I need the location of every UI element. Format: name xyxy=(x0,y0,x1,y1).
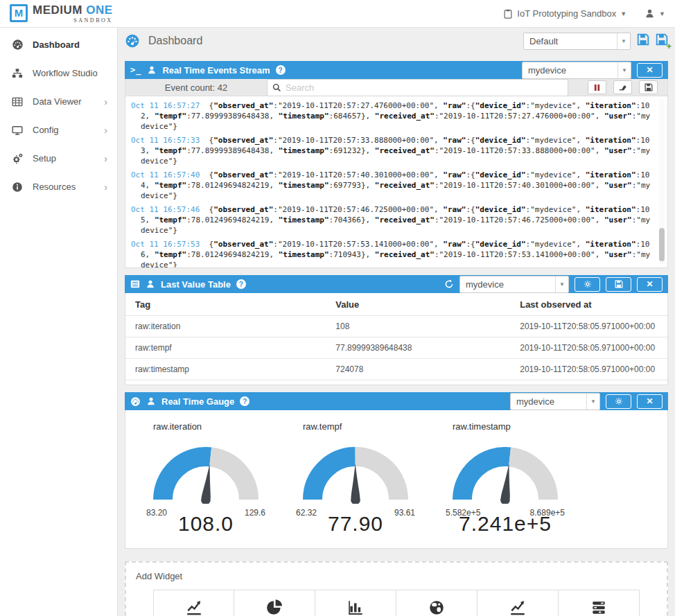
last-value-table-widget: Last Value Table ? mydevice ▼ ✕ Tag Valu… xyxy=(125,275,668,385)
gauge-min-label: 83.20 xyxy=(146,508,167,518)
events-stream-header: >_ Real Time Events Stream ? mydevice ▼ … xyxy=(125,61,668,79)
search-box xyxy=(267,79,568,96)
medium-one-logo: M MEDIUM ONE SANDBOX xyxy=(10,4,113,24)
add-widget-option[interactable]: Grouped UsersLine Chart xyxy=(153,590,234,616)
line-chart-icon xyxy=(480,597,555,616)
sidebar-item-config[interactable]: Config › xyxy=(0,116,117,144)
sidebar-item-setup[interactable]: Setup › xyxy=(0,144,117,173)
widget-settings-button[interactable] xyxy=(575,277,600,292)
event-entry: Oct 11 16:57:53 {"observed_at":"2019-10-… xyxy=(131,239,652,268)
sidebar-item-dashboard[interactable]: Dashboard xyxy=(0,30,117,59)
save-as-new-dashboard-button[interactable]: + xyxy=(656,33,668,49)
table-row: raw:iteration1082019-10-11T20:58:05.9710… xyxy=(125,316,667,337)
widget-settings-button[interactable] xyxy=(606,394,631,409)
column-header-value: Value xyxy=(326,293,510,316)
close-widget-button[interactable]: ✕ xyxy=(637,63,663,78)
add-widget-option[interactable]: Grouped UsersBar Chart xyxy=(315,590,396,616)
widget-title: Last Value Table xyxy=(161,279,231,290)
scrollbar-thumb[interactable] xyxy=(659,228,665,261)
events-log: Oct 11 16:57:27 {"observed_at":"2019-10-… xyxy=(125,96,668,268)
top-header: M MEDIUM ONE SANDBOX IoT Prototyping San… xyxy=(0,0,675,28)
gauge-max-label: 129.6 xyxy=(245,508,265,518)
gauge: raw.tempf62.3293.6177.90 xyxy=(286,421,425,536)
user-menu[interactable]: ▼ xyxy=(645,8,665,19)
gauge-min-label: 62.32 xyxy=(296,508,317,518)
sidebar-item-label: Config xyxy=(33,125,104,135)
close-widget-button[interactable]: ✕ xyxy=(637,277,663,292)
event-time: Oct 11 16:57:40 xyxy=(131,170,200,179)
help-icon[interactable]: ? xyxy=(236,279,246,289)
info-icon xyxy=(11,181,24,193)
pause-stream-button[interactable] xyxy=(588,80,606,94)
chevron-down-icon: ▼ xyxy=(586,394,599,410)
save-stream-button[interactable] xyxy=(639,80,658,94)
gear-icon xyxy=(584,280,592,288)
pause-icon xyxy=(593,84,601,91)
sidebar-item-label: Data Viewer xyxy=(33,96,104,107)
save-dashboard-button[interactable] xyxy=(637,33,649,49)
page-title: Dashboard xyxy=(148,35,202,47)
chevron-right-icon: › xyxy=(104,125,107,136)
widget-title: Real Time Gauge xyxy=(161,396,234,407)
chevron-down-icon: ▼ xyxy=(555,276,568,292)
user-icon xyxy=(146,279,155,289)
user-icon xyxy=(645,8,655,19)
event-count: Event count: 42 xyxy=(125,82,267,93)
user-icon xyxy=(147,65,157,75)
add-widget-option[interactable]: Single UserLine Chart xyxy=(477,590,559,616)
gauge-chart xyxy=(286,437,425,507)
add-widget-option[interactable]: Single UserCross Filter Chart xyxy=(559,590,640,616)
close-widget-button[interactable]: ✕ xyxy=(637,394,663,409)
dashboard-layout-select[interactable]: Default ▼ xyxy=(523,33,631,50)
event-entry: Oct 11 16:57:27 {"observed_at":"2019-10-… xyxy=(131,100,652,132)
events-device-select[interactable]: mydevice ▼ xyxy=(522,62,631,79)
add-widget-option[interactable]: Grouped UsersGeoPoint Chart xyxy=(396,590,477,616)
table-device-select[interactable]: mydevice ▼ xyxy=(459,276,569,293)
save-widget-button[interactable] xyxy=(606,277,631,292)
gauge-max-label: 93.61 xyxy=(394,508,415,518)
page-header: Dashboard Default ▼ + xyxy=(125,28,668,54)
chevron-down-icon: ▼ xyxy=(617,62,631,78)
event-entry: Oct 11 16:57:33 {"observed_at":"2019-10-… xyxy=(131,135,652,166)
close-icon: ✕ xyxy=(646,65,653,75)
gauge: raw.timestamp5.582e+58.689e+57.241e+5 xyxy=(436,421,575,536)
search-input[interactable] xyxy=(286,82,563,93)
gauge-icon xyxy=(130,396,141,407)
event-entry: Oct 11 16:57:40 {"observed_at":"2019-10-… xyxy=(131,170,652,201)
sidebar-item-resources[interactable]: Resources › xyxy=(0,173,117,201)
last-value-table-body: raw:iteration1082019-10-11T20:58:05.9710… xyxy=(125,316,667,380)
sidebar-item-workflow-studio[interactable]: Workflow Studio xyxy=(0,59,117,87)
sidebar-item-label: Workflow Studio xyxy=(33,68,107,78)
refresh-button[interactable] xyxy=(444,279,454,289)
real-time-gauge-header: Real Time Gauge ? mydevice ▼ ✕ xyxy=(125,392,668,410)
refresh-icon xyxy=(444,279,454,289)
table-icon xyxy=(11,96,24,108)
gauge-icon xyxy=(125,33,140,49)
gauge-label: raw.timestamp xyxy=(453,421,575,432)
save-icon xyxy=(615,280,623,288)
help-icon[interactable]: ? xyxy=(276,65,286,75)
device-select-value: mydevice xyxy=(511,396,586,407)
add-widget-option[interactable]: Grouped UsersPie Chart xyxy=(234,590,315,616)
clear-stream-button[interactable] xyxy=(613,80,632,94)
last-value-table: Tag Value Last observed at raw:iteration… xyxy=(125,293,667,380)
close-icon: ✕ xyxy=(646,396,653,406)
workspace-selector[interactable]: IoT Prototyping Sandbox ▼ xyxy=(503,8,626,19)
gear-icon xyxy=(615,397,623,405)
layout-select-value: Default xyxy=(524,36,617,46)
save-icon xyxy=(645,83,653,91)
device-select-value: mydevice xyxy=(460,279,555,290)
sidebar-item-data-viewer[interactable]: Data Viewer › xyxy=(0,87,117,116)
event-time: Oct 11 16:57:33 xyxy=(131,136,200,145)
table-row: raw:timestamp7240782019-10-11T20:58:05.9… xyxy=(125,359,667,380)
sidebar-item-label: Dashboard xyxy=(33,39,107,50)
pie-chart-icon xyxy=(237,597,312,616)
events-stream-widget: >_ Real Time Events Stream ? mydevice ▼ … xyxy=(125,61,668,268)
search-icon xyxy=(272,83,281,92)
logo-one: ONE xyxy=(86,3,112,17)
events-scrollbar[interactable] xyxy=(659,99,665,265)
gauges-row: raw.iteration83.20129.6108.0raw.tempf62.… xyxy=(125,410,668,549)
gauge-device-select[interactable]: mydevice ▼ xyxy=(510,393,600,410)
events-toolbar: Event count: 42 xyxy=(125,79,668,96)
help-icon[interactable]: ? xyxy=(240,396,249,406)
